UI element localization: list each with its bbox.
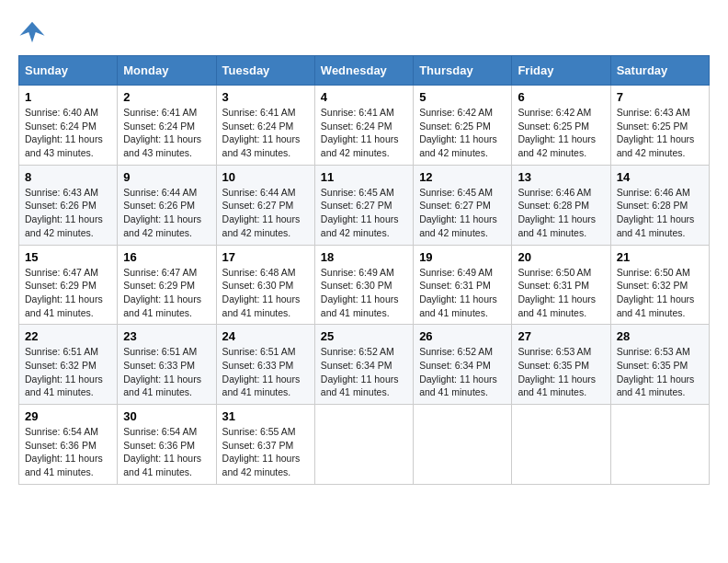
calendar-row: 15Sunrise: 6:47 AMSunset: 6:29 PMDayligh…: [19, 245, 710, 325]
calendar-cell: 2Sunrise: 6:41 AMSunset: 6:24 PMDaylight…: [118, 86, 216, 166]
day-number: 31: [222, 409, 309, 423]
calendar-cell: 30Sunrise: 6:54 AMSunset: 6:36 PMDayligh…: [118, 405, 216, 485]
cell-sun-info: Sunrise: 6:44 AMSunset: 6:26 PMDaylight:…: [123, 187, 201, 238]
day-number: 22: [25, 329, 111, 343]
cell-sun-info: Sunrise: 6:45 AMSunset: 6:27 PMDaylight:…: [419, 187, 497, 238]
calendar-cell: 5Sunrise: 6:42 AMSunset: 6:25 PMDaylight…: [414, 86, 512, 166]
cell-sun-info: Sunrise: 6:51 AMSunset: 6:33 PMDaylight:…: [222, 346, 301, 397]
cell-sun-info: Sunrise: 6:52 AMSunset: 6:34 PMDaylight:…: [321, 346, 399, 397]
calendar-cell: 7Sunrise: 6:43 AMSunset: 6:25 PMDaylight…: [610, 86, 709, 166]
calendar-cell: 22Sunrise: 6:51 AMSunset: 6:32 PMDayligh…: [19, 325, 118, 405]
cell-sun-info: Sunrise: 6:51 AMSunset: 6:33 PMDaylight:…: [123, 346, 201, 397]
cell-sun-info: Sunrise: 6:47 AMSunset: 6:29 PMDaylight:…: [25, 267, 103, 318]
cell-sun-info: Sunrise: 6:51 AMSunset: 6:32 PMDaylight:…: [25, 346, 103, 397]
day-number: 13: [518, 170, 604, 184]
day-number: 15: [25, 250, 111, 264]
calendar-row: 22Sunrise: 6:51 AMSunset: 6:32 PMDayligh…: [19, 325, 710, 405]
calendar-header-row: SundayMondayTuesdayWednesdayThursdayFrid…: [19, 56, 710, 86]
cell-sun-info: Sunrise: 6:49 AMSunset: 6:31 PMDaylight:…: [419, 267, 497, 318]
calendar-cell: 19Sunrise: 6:49 AMSunset: 6:31 PMDayligh…: [414, 245, 512, 325]
column-header-sunday: Sunday: [19, 56, 118, 86]
cell-sun-info: Sunrise: 6:54 AMSunset: 6:36 PMDaylight:…: [123, 426, 201, 477]
column-header-tuesday: Tuesday: [216, 56, 314, 86]
cell-sun-info: Sunrise: 6:48 AMSunset: 6:30 PMDaylight:…: [222, 267, 301, 318]
day-number: 8: [25, 170, 111, 184]
logo-icon: [18, 18, 46, 46]
cell-sun-info: Sunrise: 6:49 AMSunset: 6:30 PMDaylight:…: [321, 267, 399, 318]
calendar-cell: 12Sunrise: 6:45 AMSunset: 6:27 PMDayligh…: [414, 165, 512, 245]
day-number: 27: [518, 329, 604, 343]
day-number: 12: [419, 170, 506, 184]
day-number: 14: [617, 170, 703, 184]
calendar-cell: 26Sunrise: 6:52 AMSunset: 6:34 PMDayligh…: [414, 325, 512, 405]
calendar-cell: 29Sunrise: 6:54 AMSunset: 6:36 PMDayligh…: [19, 405, 118, 485]
calendar-cell: 9Sunrise: 6:44 AMSunset: 6:26 PMDaylight…: [118, 165, 216, 245]
day-number: 29: [25, 409, 111, 423]
calendar-cell: 17Sunrise: 6:48 AMSunset: 6:30 PMDayligh…: [216, 245, 314, 325]
calendar-cell: 25Sunrise: 6:52 AMSunset: 6:34 PMDayligh…: [314, 325, 413, 405]
calendar-cell: 13Sunrise: 6:46 AMSunset: 6:28 PMDayligh…: [512, 165, 610, 245]
calendar-cell: 11Sunrise: 6:45 AMSunset: 6:27 PMDayligh…: [314, 165, 413, 245]
calendar-cell: 14Sunrise: 6:46 AMSunset: 6:28 PMDayligh…: [610, 165, 709, 245]
column-header-friday: Friday: [512, 56, 610, 86]
calendar-cell: 23Sunrise: 6:51 AMSunset: 6:33 PMDayligh…: [118, 325, 216, 405]
cell-sun-info: Sunrise: 6:40 AMSunset: 6:24 PMDaylight:…: [25, 107, 103, 158]
calendar-row: 8Sunrise: 6:43 AMSunset: 6:26 PMDaylight…: [19, 165, 710, 245]
cell-sun-info: Sunrise: 6:50 AMSunset: 6:31 PMDaylight:…: [518, 267, 596, 318]
calendar-cell: 1Sunrise: 6:40 AMSunset: 6:24 PMDaylight…: [19, 86, 118, 166]
day-number: 4: [321, 90, 407, 104]
calendar-cell: 3Sunrise: 6:41 AMSunset: 6:24 PMDaylight…: [216, 86, 314, 166]
calendar-cell: 20Sunrise: 6:50 AMSunset: 6:31 PMDayligh…: [512, 245, 610, 325]
cell-sun-info: Sunrise: 6:46 AMSunset: 6:28 PMDaylight:…: [617, 187, 695, 238]
calendar-cell: 8Sunrise: 6:43 AMSunset: 6:26 PMDaylight…: [19, 165, 118, 245]
cell-sun-info: Sunrise: 6:41 AMSunset: 6:24 PMDaylight:…: [222, 107, 301, 158]
day-number: 1: [25, 90, 111, 104]
day-number: 25: [321, 329, 407, 343]
calendar-cell: 21Sunrise: 6:50 AMSunset: 6:32 PMDayligh…: [610, 245, 709, 325]
cell-sun-info: Sunrise: 6:45 AMSunset: 6:27 PMDaylight:…: [321, 187, 399, 238]
cell-sun-info: Sunrise: 6:55 AMSunset: 6:37 PMDaylight:…: [222, 426, 301, 477]
cell-sun-info: Sunrise: 6:47 AMSunset: 6:29 PMDaylight:…: [123, 267, 201, 318]
day-number: 6: [518, 90, 604, 104]
day-number: 26: [419, 329, 506, 343]
cell-sun-info: Sunrise: 6:46 AMSunset: 6:28 PMDaylight:…: [518, 187, 596, 238]
calendar-cell: 6Sunrise: 6:42 AMSunset: 6:25 PMDaylight…: [512, 86, 610, 166]
calendar-row: 1Sunrise: 6:40 AMSunset: 6:24 PMDaylight…: [19, 86, 710, 166]
cell-sun-info: Sunrise: 6:43 AMSunset: 6:25 PMDaylight:…: [617, 107, 695, 158]
calendar-cell: 27Sunrise: 6:53 AMSunset: 6:35 PMDayligh…: [512, 325, 610, 405]
day-number: 24: [222, 329, 309, 343]
cell-sun-info: Sunrise: 6:52 AMSunset: 6:34 PMDaylight:…: [419, 346, 497, 397]
cell-sun-info: Sunrise: 6:42 AMSunset: 6:25 PMDaylight:…: [419, 107, 497, 158]
column-header-thursday: Thursday: [414, 56, 512, 86]
cell-sun-info: Sunrise: 6:53 AMSunset: 6:35 PMDaylight:…: [518, 346, 596, 397]
day-number: 21: [617, 250, 703, 264]
calendar-cell: 10Sunrise: 6:44 AMSunset: 6:27 PMDayligh…: [216, 165, 314, 245]
cell-sun-info: Sunrise: 6:50 AMSunset: 6:32 PMDaylight:…: [617, 267, 695, 318]
calendar-cell: [610, 405, 709, 485]
logo: [18, 18, 50, 46]
cell-sun-info: Sunrise: 6:54 AMSunset: 6:36 PMDaylight:…: [25, 426, 103, 477]
day-number: 10: [222, 170, 309, 184]
svg-marker-0: [20, 22, 45, 43]
day-number: 18: [321, 250, 407, 264]
day-number: 28: [617, 329, 703, 343]
calendar-cell: 28Sunrise: 6:53 AMSunset: 6:35 PMDayligh…: [610, 325, 709, 405]
cell-sun-info: Sunrise: 6:53 AMSunset: 6:35 PMDaylight:…: [617, 346, 695, 397]
page-header: [18, 18, 710, 46]
day-number: 2: [123, 90, 210, 104]
cell-sun-info: Sunrise: 6:43 AMSunset: 6:26 PMDaylight:…: [25, 187, 103, 238]
day-number: 23: [123, 329, 210, 343]
day-number: 7: [617, 90, 703, 104]
cell-sun-info: Sunrise: 6:41 AMSunset: 6:24 PMDaylight:…: [321, 107, 399, 158]
cell-sun-info: Sunrise: 6:42 AMSunset: 6:25 PMDaylight:…: [518, 107, 596, 158]
calendar-table: SundayMondayTuesdayWednesdayThursdayFrid…: [18, 55, 710, 485]
calendar-cell: [414, 405, 512, 485]
column-header-wednesday: Wednesday: [314, 56, 413, 86]
day-number: 3: [222, 90, 309, 104]
day-number: 20: [518, 250, 604, 264]
calendar-cell: 31Sunrise: 6:55 AMSunset: 6:37 PMDayligh…: [216, 405, 314, 485]
day-number: 9: [123, 170, 210, 184]
cell-sun-info: Sunrise: 6:44 AMSunset: 6:27 PMDaylight:…: [222, 187, 301, 238]
column-header-monday: Monday: [118, 56, 216, 86]
day-number: 16: [123, 250, 210, 264]
